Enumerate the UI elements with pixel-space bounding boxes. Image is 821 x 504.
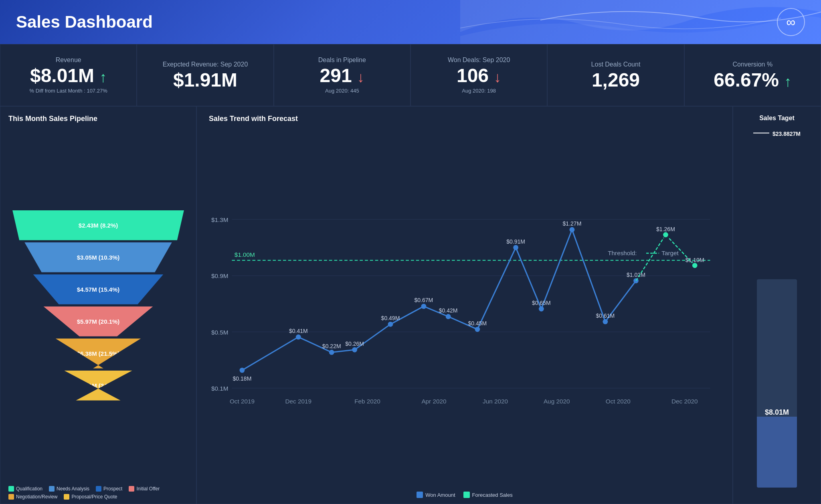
svg-text:$0.67M: $0.67M (415, 297, 433, 303)
svg-text:Oct 2020: Oct 2020 (606, 398, 631, 405)
chart-legend-label: Won Amount (425, 492, 455, 498)
legend-item: Prospect (96, 486, 122, 492)
kpi-card: Exepcted Revenue: Sep 2020 $1.91M (137, 44, 273, 106)
kpi-sub: Aug 2020: 445 (325, 88, 359, 94)
svg-point-47 (663, 232, 669, 238)
target-current-value: $8.01M (765, 408, 789, 417)
svg-text:Threshold:: Threshold: (608, 250, 637, 256)
svg-point-22 (296, 335, 301, 340)
svg-text:$0.5M: $0.5M (211, 329, 229, 336)
svg-text:$0.22M: $0.22M (322, 343, 341, 349)
header-wave-decoration (460, 0, 821, 44)
svg-text:$0.91M: $0.91M (506, 238, 525, 245)
trend-legend: Won Amount Forecasted Sales (209, 492, 720, 498)
kpi-row: Revenue $8.01M ↑ % Diff from Last Month … (0, 44, 821, 106)
chart-legend-label: Forecasted Sales (472, 492, 513, 498)
kpi-card: Deals in Pipeline 291 ↓ Aug 2020: 445 (274, 44, 410, 106)
kpi-card: Revenue $8.01M ↑ % Diff from Last Month … (0, 44, 137, 106)
kpi-sub: Aug 2020: 198 (462, 88, 496, 94)
legend-label: Negotiation/Review (16, 494, 57, 500)
legend-label: Prospect (103, 486, 122, 492)
legend-color-box (8, 494, 14, 500)
legend-label: Needs Analysis (57, 486, 89, 492)
kpi-label: Won Deals: Sep 2020 (448, 56, 510, 64)
svg-point-33 (633, 278, 639, 283)
svg-point-31 (570, 227, 575, 232)
svg-point-32 (603, 319, 608, 325)
svg-text:$1.27M: $1.27M (563, 220, 582, 227)
legend-item: Initial Offer (129, 486, 160, 492)
legend-item: Negotiation/Review (8, 494, 57, 500)
svg-point-27 (446, 314, 451, 319)
target-bar-area: $8.01M (740, 145, 814, 496)
kpi-card: Lost Deals Count 1,269 (547, 44, 684, 106)
target-line-row: $23.8827M (753, 131, 801, 137)
legend-color-box (49, 486, 55, 492)
chart-wrapper: $1.3M $0.9M $0.5M $0.1M $1.00M Threshold… (209, 129, 720, 488)
trend-chart-svg: $1.3M $0.9M $0.5M $0.1M $1.00M Threshold… (209, 129, 720, 488)
kpi-label: Conversion % (733, 61, 773, 68)
trend-title: Sales Trend with Forecast (209, 115, 720, 123)
legend-item: Qualification (8, 486, 42, 492)
kpi-card: Conversion % 66.67% ↑ (684, 44, 821, 106)
svg-text:$0.61M: $0.61M (596, 312, 615, 319)
funnel-slice: $4.57M (15.4%) (33, 274, 163, 304)
trend-panel: Sales Trend with Forecast $1.3M $0.9M $0… (196, 106, 733, 504)
legend-color-box (64, 494, 69, 500)
svg-point-29 (513, 245, 518, 250)
legend-color-box (8, 486, 14, 492)
svg-text:$1.10M: $1.10M (686, 257, 704, 263)
header: Sales Dashboard ∞ (0, 0, 821, 44)
sales-target-title: Sales Taget (759, 115, 795, 122)
legend-item: Needs Analysis (49, 486, 89, 492)
page-title: Sales Dashboard (16, 12, 153, 32)
svg-text:Dec 2019: Dec 2019 (285, 398, 311, 405)
target-total-value: $23.8827M (772, 131, 801, 137)
svg-point-48 (692, 262, 698, 268)
svg-text:$0.9M: $0.9M (211, 272, 229, 279)
svg-text:Target: Target (661, 250, 679, 256)
legend-label: Initial Offer (136, 486, 160, 492)
svg-text:$1.3M: $1.3M (211, 216, 229, 223)
svg-text:Jun 2020: Jun 2020 (483, 398, 508, 405)
funnel-slice: $7.31M (24.6%) (64, 371, 132, 401)
main-content: This Month Sales Pipeline $2.43M (8.2%)$… (0, 106, 821, 504)
funnel-slice: $5.97M (20.1%) (43, 306, 153, 337)
svg-text:$1.26M: $1.26M (656, 226, 675, 232)
svg-point-21 (240, 368, 245, 373)
legend-color-box (129, 486, 134, 492)
kpi-label: Deals in Pipeline (318, 56, 366, 64)
svg-text:$0.49M: $0.49M (381, 315, 400, 321)
svg-point-25 (388, 322, 393, 327)
svg-text:$1.00M: $1.00M (235, 251, 255, 258)
kpi-value: $8.01M ↑ (30, 66, 107, 85)
svg-text:Aug 2020: Aug 2020 (544, 398, 570, 405)
svg-text:$1.02M: $1.02M (627, 272, 645, 278)
chart-legend-item: Won Amount (417, 492, 455, 498)
svg-text:$0.1M: $0.1M (211, 385, 229, 392)
kpi-card: Won Deals: Sep 2020 106 ↓ Aug 2020: 198 (410, 44, 547, 106)
kpi-value: 106 ↓ (457, 66, 501, 85)
legend-item: Proposal/Price Quote (64, 494, 117, 500)
kpi-label: Exepcted Revenue: Sep 2020 (163, 61, 248, 68)
kpi-label: Revenue (56, 56, 81, 64)
svg-text:$0.41M: $0.41M (289, 328, 308, 334)
sales-target-panel: Sales Taget $23.8827M $8.01M (733, 106, 821, 504)
svg-point-26 (421, 304, 427, 309)
legend-label: Proposal/Price Quote (71, 494, 117, 500)
kpi-value: $1.91M (173, 71, 237, 90)
chart-legend-color (463, 492, 470, 498)
funnel-slice: $6.38M (21.5%) (55, 339, 141, 369)
svg-point-23 (329, 350, 334, 355)
svg-text:$0.45M: $0.45M (468, 320, 487, 327)
svg-point-30 (539, 306, 544, 312)
svg-text:$0.42M: $0.42M (439, 307, 458, 314)
kpi-label: Lost Deals Count (591, 61, 641, 68)
funnel-title: This Month Sales Pipeline (8, 115, 188, 123)
header-logo: ∞ (777, 8, 805, 36)
chart-legend-color (417, 492, 423, 498)
target-bar-fill (757, 417, 797, 488)
svg-text:$0.18M: $0.18M (233, 375, 252, 382)
svg-text:$0.26M: $0.26M (345, 341, 364, 347)
funnel-legend: Qualification Needs Analysis Prospect In… (8, 486, 188, 500)
